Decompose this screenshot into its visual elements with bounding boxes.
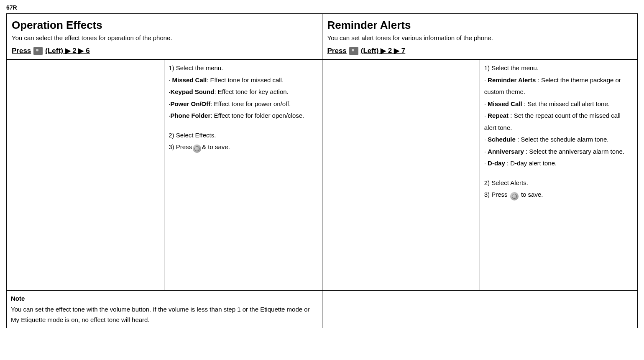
list-item: · Reminder Alerts : Select the theme pac…: [484, 74, 633, 98]
left-step1-intro: 1) Select the menu.: [169, 62, 317, 74]
ok-icon: [193, 145, 201, 153]
left-step2: 2) Select Effects.: [169, 129, 317, 142]
list-item: ·Power On/Off: Effect tone for power on/…: [169, 98, 317, 110]
ok-icon: [510, 192, 519, 200]
right-step2: 2) Select Alerts.: [484, 177, 633, 189]
reminder-alerts-press: Press (Left) ▶ 2 ▶ 7: [327, 46, 633, 55]
operation-effects-image-cell: [7, 60, 164, 291]
reminder-alerts-desc: You can set alert tones for various info…: [327, 34, 633, 41]
operation-effects-steps: 1) Select the menu. · Missed Call: Effec…: [164, 60, 322, 291]
press-suffix-left: (Left) ▶ 2 ▶ 6: [45, 46, 89, 55]
reminder-alerts-header: Reminder Alerts You can set alert tones …: [322, 14, 638, 60]
list-item: ·Keypad Sound: Effect tone for key actio…: [169, 86, 317, 98]
operation-effects-desc: You can select the effect tones for oper…: [12, 34, 317, 41]
note-cell: Note You can set the effect tone with th…: [7, 291, 322, 328]
list-item: · Missed Call : Set the missed call aler…: [484, 98, 633, 110]
reminder-alerts-steps: 1) Select the menu. · Reminder Alerts : …: [480, 60, 637, 291]
reminder-alerts-image-cell: [322, 60, 480, 291]
list-item: · D-day : D-day alert tone.: [484, 157, 633, 170]
empty-note-cell: [322, 291, 638, 328]
note-label: Note: [11, 295, 25, 302]
softkey-icon: [33, 47, 43, 55]
right-step3: 3) Press to save.: [484, 189, 633, 201]
list-item: · Missed Call: Effect tone for missed ca…: [169, 74, 317, 86]
operation-effects-press: Press (Left) ▶ 2 ▶ 6: [12, 46, 317, 55]
list-item: · Repeat : Set the repeat count of the m…: [484, 110, 633, 134]
softkey-icon: [349, 47, 358, 55]
press-prefix-left: Press: [12, 47, 31, 55]
press-prefix-right: Press: [327, 47, 347, 55]
page-code: 67R: [6, 4, 638, 11]
list-item: ·Phone Folder: Effect tone for folder op…: [169, 110, 317, 122]
note-text: You can set the effect tone with the vol…: [11, 306, 310, 324]
list-item: · Schedule : Select the schedule alarm t…: [484, 134, 633, 146]
reminder-alerts-title: Reminder Alerts: [327, 19, 633, 32]
operation-effects-title: Operation Effects: [12, 19, 317, 32]
list-item: · Anniversary : Select the anniversary a…: [484, 146, 633, 158]
layout-table: Operation Effects You can select the eff…: [6, 13, 638, 328]
operation-effects-header: Operation Effects You can select the eff…: [7, 14, 322, 60]
left-step3: 3) Press& to save.: [169, 141, 317, 153]
press-suffix-right: (Left) ▶ 2 ▶ 7: [361, 46, 405, 55]
right-step1-intro: 1) Select the menu.: [484, 62, 633, 74]
